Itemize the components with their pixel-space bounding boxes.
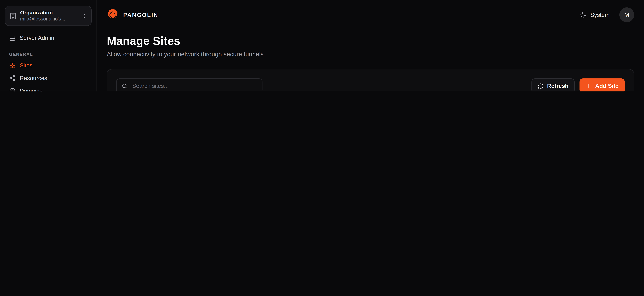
topbar: PANGOLIN System M: [97, 0, 644, 30]
org-selector-subtitle: milo@fossorial.io's ...: [20, 16, 78, 22]
sidebar-item-server-admin[interactable]: Server Admin: [5, 32, 92, 44]
theme-label: System: [590, 12, 610, 18]
refresh-button[interactable]: Refresh: [532, 78, 575, 92]
moon-icon: [580, 12, 587, 18]
pangolin-logo-icon: [107, 9, 119, 21]
main-area: PANGOLIN System M Manage Sites Allow con…: [97, 0, 644, 92]
add-site-button[interactable]: Add Site: [580, 78, 625, 92]
refresh-icon: [538, 83, 544, 89]
plus-icon: [586, 83, 592, 89]
search-icon: [122, 83, 128, 89]
sidebar-item-resources[interactable]: Resources: [5, 72, 92, 84]
user-avatar[interactable]: M: [620, 7, 634, 22]
page-subtitle: Allow connectivity to your network throu…: [107, 50, 634, 58]
brand: PANGOLIN: [107, 9, 158, 21]
sites-card: Refresh Add Site Name Online: [107, 69, 634, 92]
table-toolbar: Refresh Add Site: [116, 78, 625, 92]
sites-icon: [9, 62, 16, 69]
sidebar: Organization milo@fossorial.io's ... Ser…: [0, 0, 97, 92]
refresh-label: Refresh: [547, 82, 568, 89]
toolbar-buttons: Refresh Add Site: [532, 78, 625, 92]
sidebar-item-label: Resources: [20, 75, 47, 82]
app-root: Organization milo@fossorial.io's ... Ser…: [0, 0, 644, 92]
theme-toggle[interactable]: System: [580, 12, 610, 18]
brand-name: PANGOLIN: [123, 12, 158, 18]
sidebar-item-label: Sites: [20, 62, 32, 69]
topbar-right: System M: [580, 7, 634, 22]
org-selector-text: Organization milo@fossorial.io's ...: [20, 10, 78, 22]
add-site-label: Add Site: [595, 82, 618, 89]
section-label-general: GENERAL: [9, 52, 88, 57]
globe-icon: [9, 88, 16, 92]
organization-building-icon: [10, 12, 17, 20]
page-content: Manage Sites Allow connectivity to your …: [97, 30, 644, 92]
org-selector-title: Organization: [20, 10, 78, 16]
page-title: Manage Sites: [107, 34, 634, 48]
server-icon: [9, 35, 16, 41]
sidebar-item-label: Server Admin: [20, 35, 54, 42]
chevrons-up-down-icon: [81, 13, 87, 19]
search-input[interactable]: [132, 82, 257, 90]
sidebar-item-domains[interactable]: Domains: [5, 84, 92, 92]
org-selector[interactable]: Organization milo@fossorial.io's ...: [5, 6, 92, 26]
sidebar-item-sites[interactable]: Sites: [5, 59, 92, 72]
search-box: [116, 78, 262, 92]
sidebar-item-label: Domains: [20, 87, 42, 92]
resources-icon: [9, 75, 16, 82]
